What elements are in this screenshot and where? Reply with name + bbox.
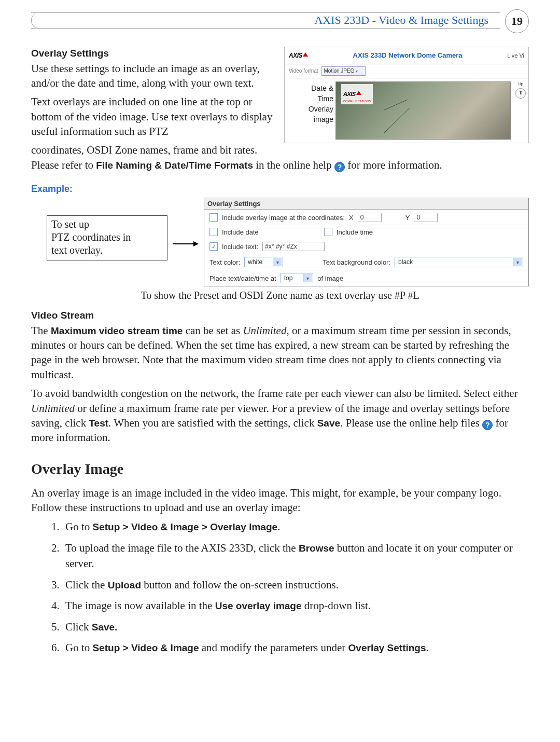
svg-line-1 (384, 108, 410, 133)
coord-x-input[interactable]: 0 (358, 213, 382, 222)
video-stream-p2: To avoid bandwidth congestion on the net… (31, 386, 529, 445)
include-time-checkbox[interactable] (324, 228, 332, 236)
overlay-settings-dialog: Overlay Settings Include overlay image a… (204, 198, 529, 286)
overlay-image-steps: Go to Setup > Video & Image > Overlay Im… (31, 519, 529, 655)
video-format-select[interactable]: Motion JPEG ▾ (321, 66, 366, 76)
chevron-down-icon: ▾ (356, 69, 358, 74)
text-bg-color-label: Text background color: (323, 258, 390, 266)
place-text-label-b: of image (317, 274, 343, 282)
include-text-checkbox[interactable]: ✓ (209, 242, 218, 251)
overlay-image-heading: Overlay Image (31, 461, 529, 477)
axis-logo-triangle-icon (303, 52, 308, 57)
overlay-settings-p2-cont: coordinates, OSDI Zone names, frame and … (31, 143, 529, 172)
svg-line-0 (384, 100, 408, 110)
axis-logo-triangle-icon (356, 91, 361, 95)
coord-x-label: X (349, 214, 354, 222)
help-icon[interactable]: ? (334, 162, 345, 172)
text-color-label: Text color: (209, 258, 240, 266)
overlay-text-input[interactable]: #x° #y° #Zx (262, 242, 325, 251)
chevron-down-icon: ▾ (513, 258, 522, 266)
step-2: To upload the image file to the AXIS 233… (62, 540, 529, 572)
coord-y-label: Y (405, 214, 410, 222)
camera-screenshot-figure: AXIS AXIS 233D Network Dome Camera Live … (284, 47, 529, 143)
overlay-logo-subtext: COMMUNICATIONS (343, 100, 371, 103)
include-date-checkbox[interactable] (209, 228, 218, 236)
text-color-select[interactable]: white▾ (244, 257, 283, 267)
step-5: Click Save. (62, 619, 529, 635)
callout-arrow-icon (173, 240, 199, 248)
video-format-label: Video format (289, 67, 318, 75)
header-title: AXIS 233D - Video & Image Settings (310, 13, 493, 27)
video-stream-heading: Video Stream (31, 309, 529, 322)
page-header: AXIS 233D - Video & Image Settings 19 (31, 10, 529, 31)
include-overlay-image-checkbox[interactable] (209, 213, 218, 222)
ptz-up-button[interactable]: ⬆ (515, 88, 526, 99)
text-position-select[interactable]: top▾ (281, 273, 314, 283)
coord-y-input[interactable]: 0 (414, 213, 438, 222)
dialog-title: Overlay Settings (204, 198, 528, 210)
ptz-up-label: Up (514, 81, 527, 87)
place-text-label-a: Place text/date/time at (209, 274, 276, 282)
video-preview-image: AXIS COMMUNICATIONS (335, 81, 511, 140)
svg-marker-3 (193, 241, 199, 246)
page-number-badge: 19 (505, 9, 529, 33)
chevron-down-icon: ▾ (273, 258, 282, 266)
include-text-label: Include text: (222, 243, 258, 251)
step-4: The image is now available in the Use ov… (62, 598, 529, 613)
video-stream-p1: The Maximum video stream time can be set… (31, 323, 529, 382)
overlay-image-intro: An overlay image is an image included in… (31, 486, 529, 515)
overlay-logo: AXIS (343, 91, 361, 97)
include-overlay-image-label: Include overlay image at the coordinates… (222, 214, 345, 222)
help-icon[interactable]: ? (482, 420, 493, 430)
include-time-label: Include time (337, 228, 373, 236)
example-caption: To show the Preset and OSDI Zone name as… (31, 290, 529, 301)
overlay-annotation-labels: Date & Time Overlay image (285, 78, 335, 143)
camera-product-title: AXIS 233D Network Dome Camera (308, 51, 507, 60)
live-view-label: Live Vi (507, 52, 524, 60)
text-bg-color-select[interactable]: black▾ (395, 257, 523, 267)
step-3: Click the Upload button and follow the o… (62, 577, 529, 593)
step-1: Go to Setup > Video & Image > Overlay Im… (62, 519, 529, 534)
step-6: Go to Setup > Video & Image and modify t… (62, 640, 529, 655)
chevron-down-icon: ▾ (303, 274, 312, 282)
axis-logo: AXIS (289, 51, 308, 60)
example-callout: To set up PTZ coordinates in text overla… (47, 215, 167, 260)
include-date-label: Include date (222, 228, 259, 236)
example-heading: Example: (31, 184, 529, 195)
